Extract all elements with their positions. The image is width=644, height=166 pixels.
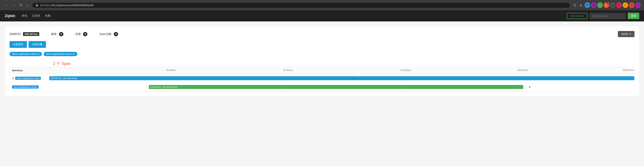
services-count: 2 — [59, 32, 64, 36]
client-service-tag[interactable]: demo-application-client — [15, 77, 41, 80]
back-button[interactable]: ← — [3, 3, 9, 8]
duration-value: 205.027ms — [23, 32, 39, 36]
time-marker-4: 164.022ms — [518, 69, 528, 71]
ext-icon-3[interactable]: ✓ — [597, 3, 603, 8]
nav-deps[interactable]: 依赖 — [45, 13, 50, 19]
lock-icon: 🔒 — [36, 4, 38, 7]
service-tag-client: demo-application-client x2 — [10, 52, 42, 56]
nav-left: Zipkin 查找 已保存 依赖 — [5, 13, 50, 19]
address-bar[interactable]: 🔒 127.0.0.1:9411/zipkin/traces/f688f3999… — [32, 3, 570, 8]
expand-all-button[interactable]: 全部展开 — [10, 41, 27, 48]
span-total-item: Span总数: 2 — [99, 32, 118, 36]
depth-count: 2 — [83, 32, 88, 36]
server-service-tag[interactable]: demo-application-server — [12, 85, 39, 89]
ext-icon-4[interactable]: 7 off — [604, 3, 609, 8]
server-bar-label: 130.666ms : get /demo/echo — [150, 86, 178, 88]
duration-label: 持续时间: — [10, 32, 22, 36]
json-button[interactable]: JSON ⇓ — [618, 31, 634, 37]
json-label: JSON — [621, 33, 628, 36]
time-marker-3: 123.016ms — [400, 69, 411, 71]
ext-icon-5[interactable]: ◆ — [610, 3, 616, 8]
try-lens-button[interactable]: Try Lens UI — [567, 13, 587, 19]
download-icon: ⇓ — [629, 33, 631, 36]
hamburger-icon[interactable]: ☰ — [573, 3, 577, 8]
ext-icon-2[interactable]: ◉ — [591, 3, 596, 8]
service-tags: demo-application-client x2 demo-applicat… — [10, 52, 634, 56]
duration-item: 持续时间: 205.027ms — [10, 32, 39, 36]
nav-buttons: ← → ↻ ⌂ — [3, 2, 30, 8]
trace-meta-row: 持续时间: 205.027ms 服务: 2 深度: 2 Span总数: 2 JS… — [10, 31, 634, 37]
time-marker-5: 205.027ms — [623, 69, 634, 71]
service-cell-server: demo-application-server — [10, 85, 49, 89]
nav-links: 查找 已保存 依赖 — [22, 13, 50, 19]
main-content: 持续时间: 205.027ms 服务: 2 深度: 2 Span总数: 2 JS… — [0, 22, 644, 166]
star-icon[interactable]: ★ — [578, 3, 583, 8]
ext-icon-1[interactable]: M — [584, 3, 590, 8]
trace-timeline: Services 41.005ms 82.011ms 123.016ms 164… — [10, 67, 634, 92]
nav-find[interactable]: 查找 — [22, 13, 27, 19]
time-marker-2: 82.011ms — [283, 69, 293, 71]
client-bar-container[interactable]: 205.027ms : get /demo/http — [49, 74, 634, 82]
services-label: 服务: — [51, 32, 58, 36]
table-row: ⊞ demo-application-client 205.027ms : ge… — [10, 74, 634, 83]
span-annotation: 2 个 Span — [49, 61, 71, 66]
app-navbar: Zipkin 查找 已保存 依赖 Try Lens UI 搜索 — [0, 10, 644, 22]
expand-buttons: 全部展开 全部折叠 — [10, 41, 634, 48]
ext-icon-8[interactable]: ☹ — [629, 3, 634, 8]
nav-right: Try Lens UI 搜索 — [567, 13, 639, 19]
service-tag-server: demo-application-server x1 — [44, 52, 77, 56]
service-cell-client: ⊞ demo-application-client — [10, 77, 49, 80]
extension-icons: M ◉ ✓ 7 off ◆ ✖ ☺ ☹ ♨ — [584, 3, 641, 8]
ext-icon-9[interactable]: ♨ — [635, 3, 641, 8]
depth-item: 深度: 2 — [75, 32, 88, 36]
browser-chrome: ← → ↻ ⌂ 🔒 127.0.0.1:9411/zipkin/traces/f… — [0, 0, 644, 22]
server-dot-right — [529, 86, 530, 88]
time-marker-1: 41.005ms — [166, 69, 176, 71]
browser-actions: ☰ ★ M ◉ ✓ 7 off ◆ ✖ ☺ ☹ ♨ — [573, 3, 641, 8]
nav-saved[interactable]: 已保存 — [32, 13, 40, 19]
browser-toolbar: ← → ↻ ⌂ 🔒 127.0.0.1:9411/zipkin/traces/f… — [0, 0, 644, 10]
server-span-bar[interactable]: 130.666ms : get /demo/echo — [149, 85, 523, 89]
search-button[interactable]: 搜索 — [628, 13, 639, 19]
app-logo: Zipkin — [5, 14, 15, 18]
table-row: demo-application-server 130.666ms : get … — [10, 83, 634, 91]
time-markers: 41.005ms 82.011ms 123.016ms 164.022ms 20… — [49, 67, 634, 74]
span-total-label: Span总数: — [99, 32, 112, 36]
traceid-input[interactable] — [590, 13, 625, 19]
collapse-icon[interactable]: ⊞ — [12, 77, 14, 80]
forward-button[interactable]: → — [11, 3, 17, 8]
reload-button[interactable]: ↻ — [18, 2, 24, 8]
services-column-header: Services — [10, 67, 49, 74]
server-bar-container[interactable]: 130.666ms : get /demo/echo — [49, 83, 634, 91]
ext-icon-7[interactable]: ☺ — [622, 3, 628, 8]
ext-icon-6[interactable]: ✖ — [616, 3, 622, 8]
span-total-count: 2 — [114, 32, 118, 36]
client-dot — [354, 78, 355, 79]
services-item: 服务: 2 — [51, 32, 64, 36]
collapse-all-button[interactable]: 全部折叠 — [28, 41, 46, 48]
address-text: 127.0.0.1:9411/zipkin/traces/f688f399986… — [40, 4, 94, 7]
client-span-bar[interactable]: 205.027ms : get /demo/http — [49, 76, 634, 80]
timeline-header: Services 41.005ms 82.011ms 123.016ms 164… — [10, 67, 634, 74]
trace-info-card: 持续时间: 205.027ms 服务: 2 深度: 2 Span总数: 2 JS… — [5, 26, 639, 96]
home-button[interactable]: ⌂ — [25, 3, 30, 8]
client-bar-label: 205.027ms : get /demo/http — [50, 77, 77, 79]
off-badge: off — [607, 2, 610, 4]
depth-label: 深度: — [75, 32, 82, 36]
